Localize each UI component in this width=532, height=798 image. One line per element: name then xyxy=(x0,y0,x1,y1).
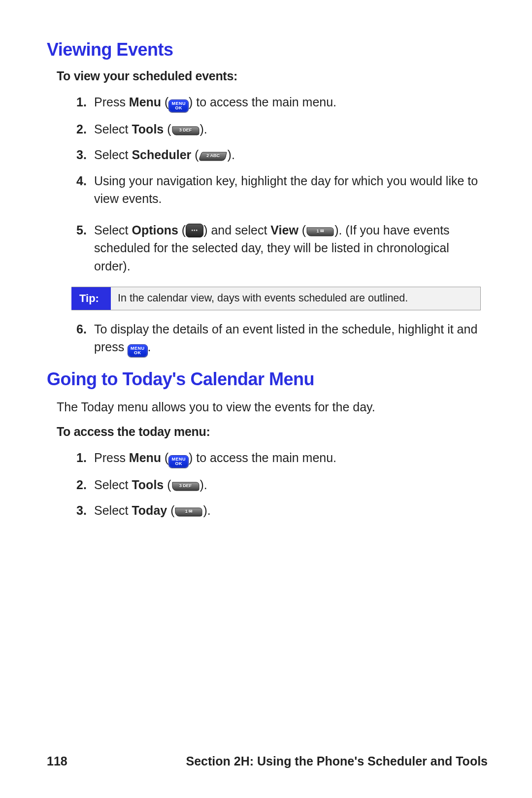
manual-page: Viewing Events To view your scheduled ev… xyxy=(0,0,532,798)
page-footer: 118 Section 2H: Using the Phone's Schedu… xyxy=(47,754,488,768)
key-3-icon: 3 DEF xyxy=(171,126,200,135)
today-step-3: Select Today (1 ✉). xyxy=(76,501,488,519)
key-2-icon: 2 ABC xyxy=(199,151,228,161)
steps-view-events-cont: To display the details of an event liste… xyxy=(47,320,488,357)
page-number: 118 xyxy=(47,754,67,768)
tip-box: Tip: In the calendar view, days with eve… xyxy=(71,287,481,310)
steps-view-events: Press Menu (MENUOK) to access the main m… xyxy=(47,93,488,275)
heading-viewing-events: Viewing Events xyxy=(47,39,488,60)
step-4: Using your navigation key, highlight the… xyxy=(76,172,488,208)
step-1: Press Menu (MENUOK) to access the main m… xyxy=(76,93,488,112)
menu-ok-icon: MENUOK xyxy=(168,100,189,112)
menu-ok-icon: MENUOK xyxy=(128,344,148,357)
section-label: Section 2H: Using the Phone's Scheduler … xyxy=(186,754,488,768)
tip-text: In the calendar view, days with events s… xyxy=(111,287,480,310)
menu-ok-icon: MENUOK xyxy=(168,455,189,468)
step-6: To display the details of an event liste… xyxy=(76,320,488,357)
step-5: Select Options () and select View (1 ✉).… xyxy=(76,221,488,275)
key-3-icon: 3 DEF xyxy=(171,481,200,491)
today-intro: The Today menu allows you to view the ev… xyxy=(57,399,488,416)
key-1-icon: 1 ✉ xyxy=(306,227,334,236)
step-2: Select Tools (3 DEF). xyxy=(76,120,488,138)
step-3: Select Scheduler (2 ABC). xyxy=(76,146,488,164)
subhead-today: To access the today menu: xyxy=(57,425,488,439)
tip-label: Tip: xyxy=(71,287,111,310)
today-step-2: Select Tools (3 DEF). xyxy=(76,476,488,494)
softkey-icon xyxy=(186,224,203,237)
subhead-view-events: To view your scheduled events: xyxy=(57,69,488,83)
today-step-1: Press Menu (MENUOK) to access the main m… xyxy=(76,449,488,468)
steps-today: Press Menu (MENUOK) to access the main m… xyxy=(47,449,488,520)
heading-today-menu: Going to Today's Calendar Menu xyxy=(47,369,488,390)
key-1-icon: 1 ✉ xyxy=(174,507,203,517)
